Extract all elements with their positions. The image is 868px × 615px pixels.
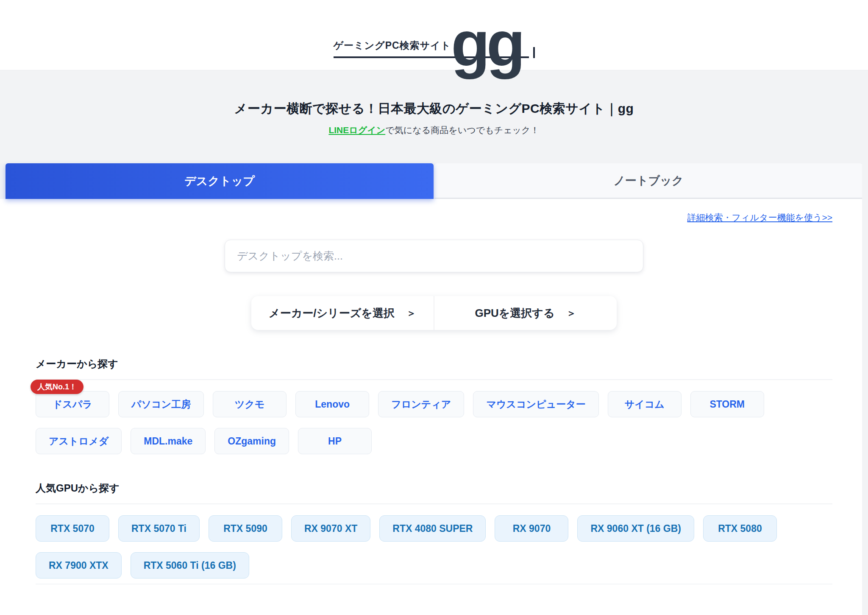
- section-divider: [36, 503, 832, 504]
- maker-chip[interactable]: Lenovo: [295, 391, 369, 417]
- next-section-edge: [36, 584, 832, 584]
- chevron-right-icon: ＞: [406, 307, 416, 320]
- line-login-link[interactable]: LINEログイン: [328, 125, 385, 135]
- page-title: メーカー横断で探せる！日本最大級のゲーミングPC検索サイト｜gg: [0, 70, 868, 117]
- section-divider: [36, 379, 832, 380]
- gpu-chip[interactable]: RTX 5060 Ti (16 GB): [131, 552, 249, 579]
- logo-tick-mark: [533, 47, 535, 58]
- gpu-chip[interactable]: RX 9070 XT: [291, 515, 370, 542]
- gpu-select-label: GPUを選択する: [475, 306, 554, 321]
- maker-chip[interactable]: ツクモ: [213, 391, 287, 417]
- category-tabs: デスクトップ ノートブック: [0, 163, 868, 199]
- line-login-suffix: で気になる商品をいつでもチェック！: [385, 125, 539, 135]
- gpu-chip[interactable]: RTX 4080 SUPER: [379, 515, 486, 542]
- maker-chip-list: 人気No.1！ ドスパラパソコン工房ツクモLenovoフロンティアマウスコンピュ…: [36, 391, 832, 454]
- gpu-chip[interactable]: RX 7900 XTX: [36, 552, 122, 579]
- site-logo[interactable]: ゲーミングPC検索サイト gg: [334, 12, 535, 58]
- scrollbar[interactable]: [862, 70, 868, 615]
- maker-series-select-button[interactable]: メーカー/シリーズを選択 ＞: [251, 296, 434, 330]
- gpu-section-heading: 人気GPUから探す: [36, 481, 832, 495]
- line-login-row: LINEログインで気になる商品をいつでもチェック！: [0, 124, 868, 136]
- maker-chip[interactable]: ドスパラ: [36, 391, 109, 417]
- maker-chip[interactable]: サイコム: [608, 391, 682, 417]
- gpu-chip[interactable]: RX 9070: [495, 515, 568, 542]
- gpu-chip[interactable]: RTX 5070: [36, 515, 109, 542]
- gpu-select-button[interactable]: GPUを選択する ＞: [434, 296, 617, 330]
- selector-buttons: メーカー/シリーズを選択 ＞ GPUを選択する ＞: [251, 296, 617, 330]
- gpu-chip[interactable]: RTX 5090: [209, 515, 282, 542]
- maker-chip[interactable]: STORM: [690, 391, 764, 417]
- tab-notebook[interactable]: ノートブック: [434, 163, 862, 199]
- popularity-no1-badge: 人気No.1！: [31, 380, 83, 394]
- filter-link-row: 詳細検索・フィルター機能を使う>>: [0, 199, 868, 224]
- gpu-chip-list: RTX 5070RTX 5070 TiRTX 5090RX 9070 XTRTX…: [36, 515, 832, 579]
- search-row: [0, 240, 868, 272]
- maker-chip[interactable]: MDL.make: [131, 428, 206, 454]
- gpu-chip[interactable]: RTX 5080: [703, 515, 777, 542]
- maker-chip[interactable]: マウスコンピューター: [473, 391, 598, 417]
- maker-chip[interactable]: フロンティア: [378, 391, 464, 417]
- maker-section-heading: メーカーから探す: [36, 357, 832, 371]
- logo-brand: gg: [451, 12, 522, 75]
- selector-row: メーカー/シリーズを選択 ＞ GPUを選択する ＞: [0, 296, 868, 330]
- maker-chip[interactable]: OZgaming: [214, 428, 289, 454]
- tab-desktop[interactable]: デスクトップ: [6, 163, 434, 199]
- main-content: 詳細検索・フィルター機能を使う>> メーカー/シリーズを選択 ＞ GPUを選択す…: [0, 199, 868, 584]
- page-header: メーカー横断で探せる！日本最大級のゲーミングPC検索サイト｜gg LINEログイ…: [0, 70, 868, 163]
- maker-series-select-label: メーカー/シリーズを選択: [269, 306, 395, 321]
- gpu-chip[interactable]: RX 9060 XT (16 GB): [577, 515, 694, 542]
- chevron-right-icon: ＞: [567, 307, 576, 320]
- logo-underline: ゲーミングPC検索サイト gg: [334, 12, 529, 58]
- maker-chip[interactable]: パソコン工房: [118, 391, 204, 417]
- logo-tagline: ゲーミングPC検索サイト: [334, 39, 451, 56]
- maker-chip[interactable]: アストロメダ: [36, 428, 122, 454]
- advanced-filter-link[interactable]: 詳細検索・フィルター機能を使う>>: [687, 212, 832, 222]
- search-input[interactable]: [225, 240, 643, 272]
- maker-chip[interactable]: HP: [298, 428, 372, 454]
- top-logo-bar: ゲーミングPC検索サイト gg: [0, 0, 868, 70]
- gpu-chip[interactable]: RTX 5070 Ti: [118, 515, 200, 542]
